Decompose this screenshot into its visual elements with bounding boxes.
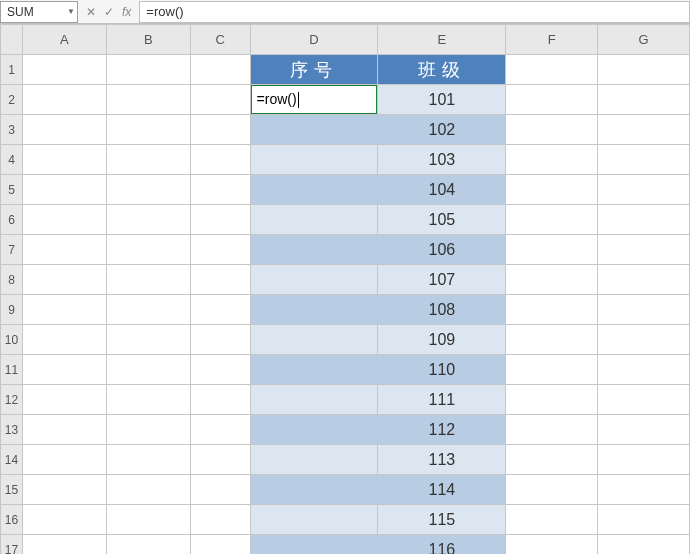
- cell-C15[interactable]: [190, 475, 250, 505]
- cell-C3[interactable]: [190, 115, 250, 145]
- cell-A14[interactable]: [22, 445, 106, 475]
- cell-C9[interactable]: [190, 295, 250, 325]
- cell-E13[interactable]: 112: [378, 415, 506, 445]
- cell-G10[interactable]: [598, 325, 690, 355]
- col-header-B[interactable]: B: [106, 25, 190, 55]
- cell-A15[interactable]: [22, 475, 106, 505]
- cell-B16[interactable]: [106, 505, 190, 535]
- row-header-8[interactable]: 8: [1, 265, 23, 295]
- cell-A16[interactable]: [22, 505, 106, 535]
- cell-D12[interactable]: [250, 385, 378, 415]
- cell-A10[interactable]: [22, 325, 106, 355]
- cell-E2[interactable]: 101: [378, 85, 506, 115]
- cell-C2[interactable]: [190, 85, 250, 115]
- cell-C1[interactable]: [190, 55, 250, 85]
- cell-B15[interactable]: [106, 475, 190, 505]
- cell-A4[interactable]: [22, 145, 106, 175]
- cell-B5[interactable]: [106, 175, 190, 205]
- row-header-7[interactable]: 7: [1, 235, 23, 265]
- cell-B3[interactable]: [106, 115, 190, 145]
- cell-G17[interactable]: [598, 535, 690, 555]
- row-header-6[interactable]: 6: [1, 205, 23, 235]
- cell-C16[interactable]: [190, 505, 250, 535]
- row-header-4[interactable]: 4: [1, 145, 23, 175]
- cell-G14[interactable]: [598, 445, 690, 475]
- cell-F11[interactable]: [506, 355, 598, 385]
- cell-F17[interactable]: [506, 535, 598, 555]
- cell-A3[interactable]: [22, 115, 106, 145]
- cell-B8[interactable]: [106, 265, 190, 295]
- cell-C11[interactable]: [190, 355, 250, 385]
- cell-A13[interactable]: [22, 415, 106, 445]
- cell-G12[interactable]: [598, 385, 690, 415]
- cell-A7[interactable]: [22, 235, 106, 265]
- cell-D7[interactable]: [250, 235, 378, 265]
- row-header-15[interactable]: 15: [1, 475, 23, 505]
- cell-A6[interactable]: [22, 205, 106, 235]
- cell-E14[interactable]: 113: [378, 445, 506, 475]
- cell-G5[interactable]: [598, 175, 690, 205]
- cell-C14[interactable]: [190, 445, 250, 475]
- cell-B2[interactable]: [106, 85, 190, 115]
- cell-F10[interactable]: [506, 325, 598, 355]
- cell-G16[interactable]: [598, 505, 690, 535]
- select-all-corner[interactable]: [1, 25, 23, 55]
- fx-icon[interactable]: fx: [122, 5, 131, 19]
- cell-D16[interactable]: [250, 505, 378, 535]
- cell-G11[interactable]: [598, 355, 690, 385]
- row-header-2[interactable]: 2: [1, 85, 23, 115]
- cell-B10[interactable]: [106, 325, 190, 355]
- cell-E7[interactable]: 106: [378, 235, 506, 265]
- cell-C13[interactable]: [190, 415, 250, 445]
- cell-D4[interactable]: [250, 145, 378, 175]
- cell-B1[interactable]: [106, 55, 190, 85]
- col-header-E[interactable]: E: [378, 25, 506, 55]
- cell-G1[interactable]: [598, 55, 690, 85]
- cell-F7[interactable]: [506, 235, 598, 265]
- formula-input[interactable]: =row(): [139, 1, 690, 23]
- cell-F12[interactable]: [506, 385, 598, 415]
- row-header-10[interactable]: 10: [1, 325, 23, 355]
- cell-D15[interactable]: [250, 475, 378, 505]
- row-header-14[interactable]: 14: [1, 445, 23, 475]
- cell-B11[interactable]: [106, 355, 190, 385]
- cell-B4[interactable]: [106, 145, 190, 175]
- cell-E9[interactable]: 108: [378, 295, 506, 325]
- cell-G6[interactable]: [598, 205, 690, 235]
- cell-G9[interactable]: [598, 295, 690, 325]
- cell-F15[interactable]: [506, 475, 598, 505]
- col-header-C[interactable]: C: [190, 25, 250, 55]
- cell-G3[interactable]: [598, 115, 690, 145]
- cell-D1[interactable]: 序号: [250, 55, 378, 85]
- row-header-17[interactable]: 17: [1, 535, 23, 555]
- cell-E15[interactable]: 114: [378, 475, 506, 505]
- cell-D2[interactable]: =row(): [250, 85, 378, 115]
- cell-E11[interactable]: 110: [378, 355, 506, 385]
- cell-E10[interactable]: 109: [378, 325, 506, 355]
- cell-F6[interactable]: [506, 205, 598, 235]
- cell-E12[interactable]: 111: [378, 385, 506, 415]
- cell-A17[interactable]: [22, 535, 106, 555]
- cell-C12[interactable]: [190, 385, 250, 415]
- cell-E4[interactable]: 103: [378, 145, 506, 175]
- cell-A11[interactable]: [22, 355, 106, 385]
- col-header-A[interactable]: A: [22, 25, 106, 55]
- cancel-icon[interactable]: ✕: [86, 5, 96, 19]
- cell-B6[interactable]: [106, 205, 190, 235]
- cell-D3[interactable]: [250, 115, 378, 145]
- cell-F13[interactable]: [506, 415, 598, 445]
- cell-F1[interactable]: [506, 55, 598, 85]
- cell-B13[interactable]: [106, 415, 190, 445]
- cell-F4[interactable]: [506, 145, 598, 175]
- cell-D9[interactable]: [250, 295, 378, 325]
- row-header-9[interactable]: 9: [1, 295, 23, 325]
- name-box-dropdown-icon[interactable]: ▼: [67, 7, 75, 16]
- cell-E6[interactable]: 105: [378, 205, 506, 235]
- cell-C8[interactable]: [190, 265, 250, 295]
- cell-D11[interactable]: [250, 355, 378, 385]
- cell-F3[interactable]: [506, 115, 598, 145]
- spreadsheet-grid[interactable]: A B C D E F G 1序号班级2=row()10131024103510…: [0, 24, 690, 554]
- row-header-3[interactable]: 3: [1, 115, 23, 145]
- col-header-G[interactable]: G: [598, 25, 690, 55]
- row-header-12[interactable]: 12: [1, 385, 23, 415]
